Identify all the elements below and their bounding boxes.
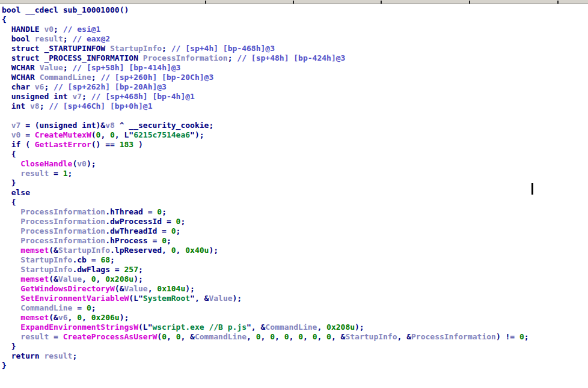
code-token: 0x208u	[326, 323, 355, 332]
code-token: ,	[317, 332, 326, 341]
code-line[interactable]: StartupInfo.cb = 68;	[2, 255, 588, 265]
code-token: StartupInfo	[110, 44, 162, 53]
code-token: ;	[63, 34, 73, 43]
code-line[interactable]: ProcessInformation.hProcess = 0;	[2, 236, 588, 246]
code-line[interactable]: v7 = (unsigned int)&v8 ^ __security_cook…	[2, 121, 588, 130]
code-token: .dwProcessId =	[105, 217, 176, 226]
code-token	[2, 303, 20, 312]
code-line[interactable]: v0 = CreateMutexW(0, 0, L"6215c7514ea6")…	[2, 130, 588, 140]
code-line[interactable]: memset(&StartupInfo.lpReserved, 0, 0x40u…	[2, 246, 588, 255]
code-token: 0	[162, 332, 167, 341]
code-token: v0	[44, 25, 54, 34]
code-token: int	[2, 102, 30, 111]
code-line[interactable]: CommandLine = 0;	[2, 303, 588, 313]
code-token: // [sp+46Ch] [bp+0h]@1	[49, 102, 152, 111]
code-token: CommandLine	[265, 323, 317, 332]
code-token: ");	[190, 130, 204, 139]
code-token: ) !=	[496, 332, 519, 341]
code-line[interactable]: return result;	[2, 351, 588, 361]
code-token: = (unsigned int)&	[20, 121, 105, 130]
code-token: );	[355, 323, 364, 332]
code-line[interactable]: {	[2, 150, 588, 159]
code-line[interactable]: struct _STARTUPINFOW StartupInfo; // [sp…	[2, 44, 588, 53]
code-line[interactable]: WCHAR Value; // [sp+58h] [bp-414h]@3	[2, 63, 588, 73]
code-line[interactable]: bool __cdecl sub_10001000()	[2, 5, 588, 15]
text-caret	[531, 183, 533, 195]
code-token: 0	[87, 303, 91, 312]
code-token: // esi@1	[63, 25, 101, 34]
code-token: ,	[82, 313, 91, 322]
code-line[interactable]: memset(&Value, 0, 0x208u);	[2, 274, 588, 284]
code-line[interactable]: result = 1;	[2, 169, 588, 178]
decompiler-window: bool __cdecl sub_10001000(){ HANDLE v0; …	[0, 0, 588, 388]
code-token	[2, 217, 20, 226]
code-token: Value	[58, 274, 82, 283]
code-line[interactable]: }	[2, 178, 588, 188]
code-token: (	[157, 332, 162, 341]
code-token: CommandLine	[20, 303, 72, 312]
code-token: v7	[72, 92, 82, 101]
code-line[interactable]: CloseHandle(v0);	[2, 159, 588, 169]
code-line[interactable]: if ( GetLastError() == 183 )	[2, 140, 588, 150]
code-line[interactable]: GetWindowsDirectoryW(&Value, 0x104u);	[2, 284, 588, 294]
pseudocode-view[interactable]: bool __cdecl sub_10001000(){ HANDLE v0; …	[0, 4, 588, 388]
code-token	[2, 130, 11, 139]
code-token: ;	[63, 63, 73, 72]
code-line[interactable]: struct _PROCESS_INFORMATION ProcessInfor…	[2, 53, 588, 63]
code-token: ,	[317, 323, 326, 332]
code-line[interactable]: }	[2, 342, 588, 351]
code-token: 0x40u	[185, 246, 209, 255]
code-line[interactable]: bool result; // eax@2	[2, 34, 588, 44]
code-line[interactable]: HANDLE v0; // esi@1	[2, 25, 588, 34]
code-line[interactable]: ProcessInformation.hThread = 0;	[2, 207, 588, 217]
code-token: 0	[110, 130, 115, 139]
code-line[interactable]: WCHAR CommandLine; // [sp+260h] [bp-20Ch…	[2, 73, 588, 82]
code-token: (&	[115, 284, 124, 293]
code-line[interactable]: unsigned int v7; // [sp+468h] [bp-4h]@1	[2, 92, 588, 102]
code-line[interactable]: int v8; // [sp+46Ch] [bp+0h]@1	[2, 102, 588, 111]
code-token	[2, 236, 20, 245]
code-token: ;	[82, 92, 91, 101]
code-token: ;	[524, 332, 529, 341]
code-line[interactable]: memset(&v6, 0, 0x206u);	[2, 313, 588, 323]
code-token: 0	[298, 332, 303, 341]
code-token: .lpReserved,	[110, 246, 171, 255]
code-token: ProcessInformation	[411, 332, 496, 341]
code-token: ;	[162, 44, 171, 53]
code-token	[2, 207, 20, 216]
code-token: CreateProcessAsUserW	[63, 332, 158, 341]
code-token: return	[2, 351, 44, 360]
code-line[interactable]	[2, 111, 588, 121]
code-line[interactable]: }	[2, 361, 588, 371]
code-line[interactable]: {	[2, 15, 588, 25]
code-token: ;	[228, 53, 237, 62]
code-line[interactable]: result = CreateProcessAsUserW(0, 0, &Com…	[2, 332, 588, 342]
code-token: 6215c7514ea6	[133, 130, 190, 139]
code-line[interactable]: StartupInfo.dwFlags = 257;	[2, 265, 588, 274]
code-line[interactable]: SetEnvironmentVariableW(L"SystemRoot", &…	[2, 294, 588, 303]
code-token: =	[49, 169, 63, 178]
code-token: 0x104u	[157, 284, 185, 293]
code-line[interactable]: {	[2, 198, 588, 207]
code-token: wscript.exe //B p.js	[152, 323, 247, 332]
code-token: result	[20, 332, 49, 341]
toolbar-edge-tick	[381, 1, 382, 4]
code-token: {	[2, 150, 16, 159]
code-token: =	[72, 303, 86, 312]
code-line[interactable]: ExpandEnvironmentStringsW(L"wscript.exe …	[2, 323, 588, 332]
code-token: ,	[167, 332, 176, 341]
code-token: ;	[91, 73, 101, 82]
code-line[interactable]: ProcessInformation.dwThreadId = 0;	[2, 226, 588, 236]
code-token: StartupInfo	[20, 255, 72, 264]
code-token: // [sp+468h] [bp-4h]@1	[91, 92, 195, 101]
code-token: // [sp+58h] [bp-414h]@3	[72, 63, 180, 72]
code-token: 0	[91, 274, 96, 283]
code-line[interactable]: else	[2, 188, 588, 198]
code-line[interactable]: ProcessInformation.dwProcessId = 0;	[2, 217, 588, 226]
code-token: .dwFlags =	[72, 265, 124, 274]
code-line[interactable]: char v6; // [sp+262h] [bp-20Ah]@3	[2, 82, 588, 92]
code-token	[2, 169, 20, 178]
code-token: HANDLE	[2, 25, 44, 34]
code-token: result	[44, 351, 72, 360]
code-token: =	[20, 130, 34, 139]
